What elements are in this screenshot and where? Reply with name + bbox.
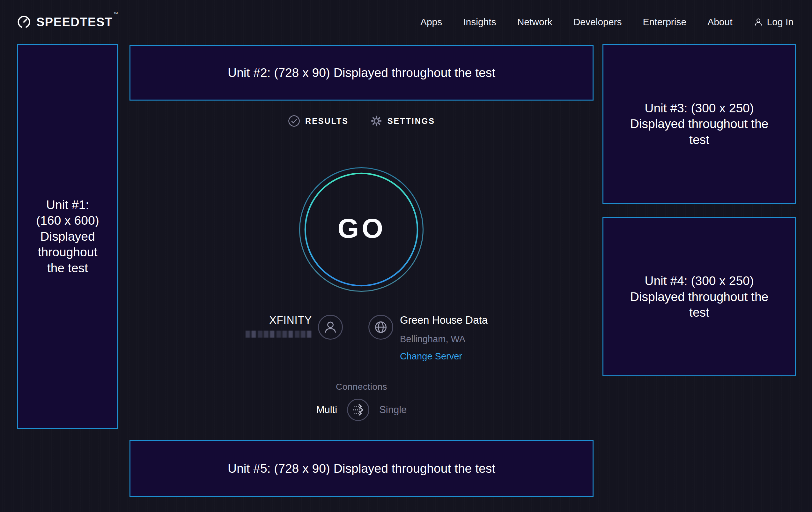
nav-item-apps[interactable]: Apps [420, 17, 442, 27]
nav-item-insights[interactable]: Insights [463, 17, 496, 27]
redacted-ip-address [245, 331, 312, 338]
connections-title: Connections [129, 382, 593, 392]
person-circle-icon[interactable] [318, 315, 343, 340]
main-nav: Apps Insights Network Developers Enterpr… [420, 17, 793, 27]
connections-toggle-row: Multi Single [129, 398, 593, 421]
connections-toggle-icon[interactable] [347, 398, 370, 421]
logo-text: SPEEDTEST™ [36, 15, 117, 29]
server-block: Green House Data Bellingham, WA Change S… [368, 314, 488, 362]
ad-unit-3-rectangle: Unit #3: (300 x 250) Displayed throughou… [603, 44, 796, 204]
login-button[interactable]: Log In [754, 17, 793, 27]
tab-results-label: RESULTS [305, 116, 349, 126]
login-label: Log In [767, 17, 793, 27]
user-icon [754, 17, 763, 27]
ad-unit-3-text: Unit #3: (300 x 250) Displayed throughou… [629, 100, 770, 148]
connections-multi-option[interactable]: Multi [316, 404, 337, 415]
speedtest-logo[interactable]: SPEEDTEST™ [17, 15, 117, 29]
check-circle-icon [288, 115, 300, 127]
go-button[interactable]: GO [299, 167, 424, 292]
ad-unit-4-text: Unit #4: (300 x 250) Displayed throughou… [629, 273, 770, 321]
server-name: Green House Data [400, 314, 488, 327]
ad-unit-2-text: Unit #2: (728 x 90) Displayed throughout… [228, 65, 495, 81]
header: SPEEDTEST™ Apps Insights Network Develop… [0, 0, 812, 44]
tab-settings-label: SETTINGS [387, 116, 435, 126]
brand-name: SPEEDTEST [36, 15, 113, 29]
nav-item-network[interactable]: Network [517, 17, 552, 27]
isp-block: XFINITY [235, 314, 343, 340]
ad-unit-1-skyscraper: Unit #1: (160 x 600) Displayed throughou… [17, 44, 118, 429]
nav-item-enterprise[interactable]: Enterprise [643, 17, 686, 27]
host-info-row: XFINITY Green House Data [129, 314, 593, 362]
change-server-link[interactable]: Change Server [400, 351, 488, 362]
isp-name: XFINITY [235, 314, 312, 327]
gear-icon [370, 115, 382, 127]
ad-unit-5-text: Unit #5: (728 x 90) Displayed throughout… [228, 461, 495, 477]
connections-section: Connections Multi Single [129, 382, 593, 421]
nav-item-developers[interactable]: Developers [574, 17, 622, 27]
trademark-mark: ™ [113, 11, 118, 16]
globe-circle-icon[interactable] [368, 315, 394, 340]
nav-item-about[interactable]: About [707, 17, 732, 27]
isp-text: XFINITY [235, 314, 312, 338]
server-location: Bellingham, WA [400, 333, 488, 344]
tab-results[interactable]: RESULTS [288, 115, 349, 127]
go-label: GO [335, 213, 386, 244]
server-text: Green House Data Bellingham, WA Change S… [400, 314, 488, 362]
ad-unit-5-leaderboard: Unit #5: (728 x 90) Displayed throughout… [129, 440, 593, 497]
ad-unit-4-rectangle: Unit #4: (300 x 250) Displayed throughou… [603, 217, 796, 376]
connections-single-option[interactable]: Single [379, 404, 407, 415]
speedtest-page: SPEEDTEST™ Apps Insights Network Develop… [0, 0, 812, 512]
tabs-row: RESULTS SETTINGS [129, 115, 593, 127]
tab-settings[interactable]: SETTINGS [370, 115, 435, 127]
ad-unit-1-text: Unit #1: (160 x 600) Displayed throughou… [33, 197, 102, 276]
gauge-logo-icon [17, 15, 31, 29]
ad-unit-2-leaderboard: Unit #2: (728 x 90) Displayed throughout… [129, 45, 593, 101]
